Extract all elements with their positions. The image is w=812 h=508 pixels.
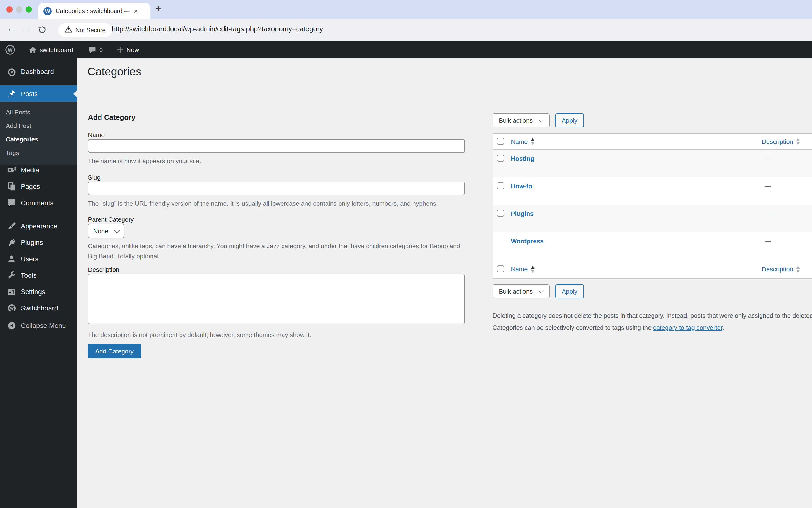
sidebar-item-categories[interactable]: Categories — [0, 133, 77, 146]
sidebar-item-pages[interactable]: Pages — [0, 178, 77, 195]
not-secure-label: Not Secure — [75, 27, 106, 34]
chevron-down-icon — [114, 227, 120, 233]
address-bar-url[interactable]: http://switchboard.local/wp-admin/edit-t… — [112, 25, 323, 33]
warning-triangle-icon — [65, 26, 72, 35]
category-link[interactable]: Plugins — [511, 210, 534, 217]
window-zoom-button[interactable] — [26, 6, 32, 12]
sidebar-item-tags[interactable]: Tags — [0, 146, 77, 160]
name-label: Name — [88, 131, 105, 138]
table-row: How-to — — [493, 177, 812, 205]
sidebar-item-dashboard[interactable]: Dashboard — [0, 63, 77, 80]
slug-help: The “slug” is the URL-friendly version o… — [88, 199, 465, 209]
sidebar-label-collapse: Collapse Menu — [21, 322, 66, 329]
sort-by-description-header[interactable]: Description — [762, 134, 800, 149]
site-name-label: switchboard — [40, 46, 73, 53]
posts-submenu: All Posts Add Post Categories Tags — [0, 102, 77, 165]
browser-toolbar: ← → Not Secure http://switchboard.local/… — [0, 19, 812, 41]
browser-tab[interactable]: W Categories ‹ switchboard — W × — [38, 3, 150, 19]
sort-arrows-icon — [531, 266, 534, 272]
converter-note-period: . — [722, 324, 724, 331]
description-cell: — — [765, 238, 771, 245]
sidebar-label-dashboard: Dashboard — [21, 68, 54, 75]
svg-text:W: W — [8, 47, 12, 53]
name-input[interactable] — [88, 139, 465, 153]
description-cell: — — [765, 210, 771, 217]
parent-category-select[interactable]: None — [88, 223, 124, 238]
sidebar-item-settings[interactable]: Settings — [0, 284, 77, 300]
wp-logo-menu[interactable]: W — [0, 41, 20, 58]
parent-category-label: Parent Category — [88, 216, 133, 223]
new-tab-button[interactable]: + — [156, 3, 161, 14]
add-category-button[interactable]: Add Category — [88, 344, 141, 358]
select-all-checkbox[interactable] — [497, 265, 504, 272]
slug-input[interactable] — [88, 181, 465, 195]
screen: W Categories ‹ switchboard — W × + ← → N… — [0, 0, 812, 508]
row-checkbox[interactable] — [497, 182, 504, 189]
sidebar-item-add-post[interactable]: Add Post — [0, 119, 77, 133]
plugins-plug-icon — [7, 238, 16, 247]
bulk-actions-select-top[interactable]: Bulk actions — [493, 114, 549, 127]
site-name-menu[interactable]: switchboard — [24, 41, 78, 58]
wp-admin-sidebar: Dashboard Posts All Posts Add Post Categ… — [0, 58, 77, 508]
category-link[interactable]: How-to — [511, 182, 532, 190]
category-link[interactable]: Wordpress — [511, 238, 543, 245]
settings-sliders-icon — [7, 287, 16, 296]
sidebar-item-collapse-menu[interactable]: Collapse Menu — [0, 317, 77, 334]
site-security-chip[interactable]: Not Secure — [59, 23, 112, 37]
sidebar-item-comments[interactable]: Comments — [0, 195, 77, 211]
sidebar-item-plugins[interactable]: Plugins — [0, 234, 77, 251]
bulk-actions-bottom: Bulk actions Apply — [493, 285, 584, 298]
window-minimize-button[interactable] — [16, 6, 22, 12]
page-title: Categories — [87, 65, 141, 78]
description-column-label: Description — [762, 265, 793, 273]
users-person-icon — [7, 254, 16, 264]
row-checkbox[interactable] — [497, 155, 504, 162]
plus-icon — [116, 46, 123, 53]
sidebar-item-appearance[interactable]: Appearance — [0, 218, 77, 234]
converter-note: Categories can be selectively converted … — [493, 322, 724, 334]
sort-by-description-footer[interactable]: Description — [762, 260, 800, 278]
form-heading: Add Category — [88, 113, 136, 121]
tab-close-icon[interactable]: × — [134, 7, 138, 15]
new-content-menu[interactable]: New — [111, 41, 144, 58]
back-icon[interactable]: ← — [7, 24, 15, 34]
name-help: The name is how it appears on your site. — [88, 156, 465, 166]
chevron-down-icon — [539, 117, 544, 123]
row-checkbox[interactable] — [497, 210, 504, 217]
sidebar-item-switchboard[interactable]: Switchboard — [0, 300, 77, 316]
admin-content: Categories Add Category Name The name is… — [77, 58, 812, 508]
category-to-tag-converter-link[interactable]: category to tag converter — [653, 324, 722, 331]
table-row: Hosting — — [493, 150, 812, 177]
sidebar-item-users[interactable]: Users — [0, 251, 77, 267]
apply-button-bottom[interactable]: Apply — [555, 285, 584, 298]
description-column-label: Description — [762, 138, 793, 145]
window-close-button[interactable] — [6, 6, 12, 12]
table-footer-row: Name Description — [493, 260, 812, 278]
name-column-label: Name — [511, 138, 528, 145]
table-header-row: Name Description — [493, 134, 812, 150]
wordpress-logo-icon: W — [5, 44, 15, 55]
sort-by-name-header[interactable]: Name — [511, 134, 534, 149]
reload-icon[interactable] — [38, 26, 46, 36]
sidebar-label-plugins: Plugins — [21, 239, 43, 246]
apply-button-top[interactable]: Apply — [555, 114, 584, 127]
sidebar-item-all-posts[interactable]: All Posts — [0, 106, 77, 119]
sidebar-item-media[interactable]: Media — [0, 162, 77, 178]
category-link[interactable]: Hosting — [511, 155, 534, 162]
description-help: The description is not prominent by defa… — [88, 330, 465, 340]
table-row: Plugins — — [493, 205, 812, 232]
select-all-checkbox[interactable] — [497, 138, 504, 145]
sidebar-label-appearance: Appearance — [21, 222, 57, 230]
sidebar-item-posts[interactable]: Posts — [0, 85, 77, 102]
comments-menu[interactable]: 0 — [84, 41, 108, 58]
description-cell: — — [765, 182, 771, 190]
pushpin-icon — [7, 89, 16, 98]
sidebar-label-pages: Pages — [21, 182, 40, 190]
sort-by-name-footer[interactable]: Name — [511, 260, 534, 278]
description-textarea[interactable] — [88, 274, 465, 324]
slug-label: Slug — [88, 174, 101, 181]
converter-note-text: Categories can be selectively converted … — [493, 324, 653, 331]
sidebar-item-tools[interactable]: Tools — [0, 267, 77, 284]
bulk-actions-select-bottom[interactable]: Bulk actions — [493, 285, 549, 298]
parent-category-value: None — [93, 227, 108, 235]
